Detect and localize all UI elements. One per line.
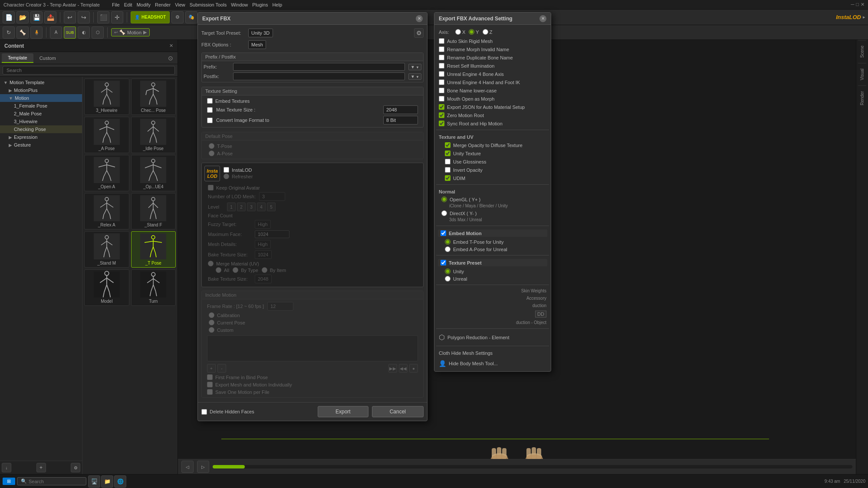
- t-pose-radio[interactable]: [209, 143, 214, 149]
- postfix-input[interactable]: [233, 72, 405, 80]
- export-btn[interactable]: 📤: [44, 11, 56, 23]
- export-button[interactable]: Export: [318, 406, 368, 417]
- tab-custom[interactable]: Custom: [33, 54, 62, 62]
- prefix-input[interactable]: [233, 63, 405, 71]
- tree-item-male-pose[interactable]: 2_Male Pose: [0, 110, 82, 118]
- embed-motion-check[interactable]: [441, 230, 446, 236]
- polygon-reduction-element[interactable]: ⬡ Polygon Reduction - Element: [436, 331, 549, 343]
- headshot-settings[interactable]: ⚙: [171, 11, 184, 23]
- hide-body-mesh[interactable]: 👤 Hide Body Mesh Tool...: [436, 358, 549, 369]
- texture-unreal-radio[interactable]: [445, 276, 450, 282]
- export-mesh-motion-check[interactable]: [207, 382, 213, 387]
- export-fbx-close[interactable]: ✕: [416, 15, 423, 22]
- rename-morph-check[interactable]: [439, 46, 444, 52]
- thumb-t-pose[interactable]: _T Pose: [131, 231, 176, 268]
- thumb-model[interactable]: Model: [84, 269, 129, 306]
- level-3[interactable]: 3: [247, 203, 256, 211]
- embed-textures-check[interactable]: [207, 98, 213, 104]
- convert-format-check[interactable]: [207, 118, 213, 123]
- by-type-radio[interactable]: [233, 267, 238, 273]
- menu-submission[interactable]: Submission Tools: [188, 1, 228, 8]
- side-tab-scene[interactable]: Scene: [858, 40, 866, 63]
- content-close[interactable]: ✕: [169, 43, 173, 49]
- cloth-hide-mesh[interactable]: Cloth Hide Mesh Settings: [436, 349, 549, 357]
- max-texture-check[interactable]: [207, 107, 213, 113]
- a-pose-radio[interactable]: [209, 151, 214, 156]
- menu-plugins[interactable]: Plugins: [250, 1, 270, 8]
- tree-item-motion-template[interactable]: ▼ Motion Template: [0, 79, 82, 86]
- use-gloss-check[interactable]: [445, 159, 450, 164]
- new-btn[interactable]: 📄: [3, 11, 15, 23]
- thumb-stand-f[interactable]: _Stand F: [131, 193, 176, 229]
- prefix-dropdown[interactable]: ▼: [408, 64, 421, 70]
- thumb-relex-a[interactable]: _Relex A: [84, 193, 129, 229]
- tool2-b[interactable]: ◐: [78, 26, 90, 39]
- taskbar-search-input[interactable]: [29, 479, 82, 484]
- reset-self-check[interactable]: [439, 63, 444, 69]
- frame-rate-select[interactable]: 12: [267, 302, 293, 311]
- tree-settings[interactable]: ⚙: [71, 463, 80, 472]
- tab-template[interactable]: Template: [2, 53, 33, 63]
- tool2-a[interactable]: A: [50, 26, 62, 39]
- motion-skip-fwd[interactable]: ▶▶: [388, 364, 397, 373]
- embed-apose-radio[interactable]: [445, 246, 450, 252]
- level-5[interactable]: 5: [267, 203, 276, 211]
- bake-texture2-select[interactable]: 2048: [255, 275, 272, 283]
- taskbar-app1[interactable]: 🖥️: [88, 475, 100, 488]
- ue4-bone-check[interactable]: [439, 71, 444, 77]
- redo-btn[interactable]: ↪: [78, 11, 90, 23]
- rename-bone-check[interactable]: [439, 55, 444, 60]
- menu-modify[interactable]: Modify: [135, 1, 152, 8]
- panel-collapse[interactable]: ⊙: [168, 55, 176, 62]
- first-frame-check[interactable]: [207, 374, 213, 380]
- thumb-checking-pose[interactable]: Chec... Pose: [131, 79, 176, 115]
- menu-help[interactable]: Help: [270, 1, 284, 8]
- select-btn[interactable]: ⬛: [97, 11, 109, 23]
- motion-skip-bwd[interactable]: ◀◀: [399, 364, 408, 373]
- target-preset-gear[interactable]: ⚙: [414, 28, 424, 38]
- zero-motion-check[interactable]: [439, 112, 444, 118]
- invert-opacity-check[interactable]: [445, 167, 450, 173]
- texture-unity-radio[interactable]: [445, 269, 450, 274]
- opengl-radio[interactable]: [441, 197, 447, 202]
- taskbar-app3[interactable]: 🌐: [114, 475, 126, 488]
- tree-item-expression[interactable]: ▶ Expression: [0, 133, 82, 141]
- save-one-motion-check[interactable]: [207, 389, 213, 395]
- tool2-human[interactable]: 🧍: [30, 26, 43, 39]
- postfix-dropdown[interactable]: ▼: [408, 73, 421, 80]
- tree-item-gesture[interactable]: ▶ Gesture: [0, 141, 82, 149]
- all-radio[interactable]: [216, 267, 221, 273]
- export-json-check[interactable]: [439, 104, 444, 110]
- delete-hidden-check[interactable]: [201, 409, 207, 415]
- thumb-3hivewire[interactable]: 3_Hivewire: [84, 79, 129, 115]
- thumb-idle-pose[interactable]: _Idle Pose: [131, 117, 176, 153]
- headshot-btn[interactable]: 👤 HEADSHOT: [131, 11, 170, 23]
- tree-item-motion[interactable]: ▼ Motion: [0, 94, 82, 102]
- max-texture-select[interactable]: 2048: [383, 105, 418, 114]
- menu-edit[interactable]: Edit: [122, 1, 134, 8]
- fbx-type-select[interactable]: Mesh: [248, 40, 266, 49]
- instlod-header-btn[interactable]: InstaLOD ▸: [836, 14, 865, 20]
- thumb-a-pose[interactable]: _A Pose: [84, 117, 129, 153]
- side-tab-visual[interactable]: Visual: [858, 63, 866, 85]
- max-face-input[interactable]: [255, 230, 289, 238]
- level-2[interactable]: 2: [237, 203, 246, 211]
- save-btn[interactable]: 💾: [30, 11, 43, 23]
- level-1[interactable]: 1: [227, 203, 236, 211]
- advanced-close[interactable]: ✕: [539, 15, 546, 22]
- num-lod-select[interactable]: 3: [259, 192, 285, 201]
- calibration-radio[interactable]: [209, 312, 214, 318]
- convert-format-select[interactable]: 8 Bit: [383, 116, 418, 124]
- menu-render[interactable]: Render: [153, 1, 172, 8]
- tree-item-female-pose[interactable]: 1_Female Pose: [0, 102, 82, 110]
- merge-material-radio[interactable]: [208, 261, 214, 266]
- axis-z-radio[interactable]: [483, 29, 488, 35]
- merge-opacity-check[interactable]: [445, 142, 450, 148]
- cancel-button[interactable]: Cancel: [372, 406, 424, 417]
- bone-name-check[interactable]: [439, 88, 444, 93]
- tree-item-motionplus[interactable]: ▶ MotionPlus: [0, 86, 82, 94]
- thumb-turn[interactable]: Turn: [131, 269, 176, 306]
- fuzzy-target-select[interactable]: High: [255, 220, 271, 229]
- axis-y-radio[interactable]: [469, 29, 474, 35]
- start-button[interactable]: ⊞: [3, 478, 15, 485]
